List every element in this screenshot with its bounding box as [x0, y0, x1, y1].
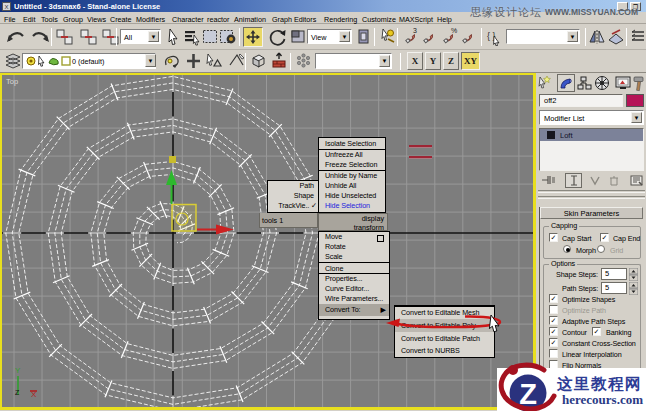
svg-text:Y: Y	[15, 366, 21, 375]
svg-text:Z: Z	[519, 378, 537, 410]
svg-text:Z: Z	[15, 389, 20, 396]
svg-text:X: X	[31, 390, 37, 399]
